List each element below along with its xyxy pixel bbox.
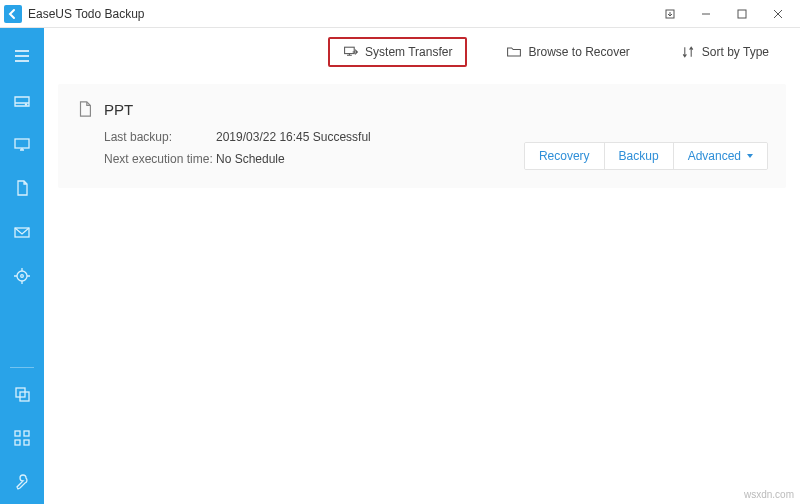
monitor-icon (12, 134, 32, 154)
sort-icon (680, 44, 696, 60)
target-icon (12, 266, 32, 286)
svg-point-5 (17, 271, 27, 281)
svg-rect-9 (15, 431, 20, 436)
next-execution-row: Next execution time: No Schedule (104, 148, 524, 170)
next-execution-value: No Schedule (216, 148, 285, 170)
last-backup-label: Last backup: (104, 126, 216, 148)
browse-to-recover-button[interactable]: Browse to Recover (495, 37, 640, 67)
last-backup-value: 2019/03/22 16:45 Successful (216, 126, 371, 148)
system-transfer-label: System Transfer (365, 45, 452, 59)
sidebar-clone[interactable] (0, 372, 44, 416)
sidebar-system-backup[interactable] (0, 122, 44, 166)
titlebar: EaseUS Todo Backup (0, 0, 800, 28)
backup-card: PPT Last backup: 2019/03/22 16:45 Succes… (58, 84, 786, 188)
folder-icon (506, 44, 522, 60)
svg-rect-11 (15, 440, 20, 445)
sidebar (0, 28, 44, 504)
system-transfer-icon (343, 44, 359, 60)
sidebar-file-backup[interactable] (0, 166, 44, 210)
svg-rect-1 (738, 10, 746, 18)
recovery-button[interactable]: Recovery (525, 143, 605, 169)
clone-icon (12, 384, 32, 404)
browse-to-recover-label: Browse to Recover (528, 45, 629, 59)
svg-point-6 (21, 275, 24, 278)
svg-point-2 (25, 104, 26, 105)
window-title: EaseUS Todo Backup (28, 7, 652, 21)
sidebar-mail-backup[interactable] (0, 210, 44, 254)
svg-rect-12 (24, 440, 29, 445)
backup-name: PPT (104, 101, 133, 118)
toolbar: System Transfer Browse to Recover Sort b… (44, 28, 800, 76)
watermark: wsxdn.com (744, 489, 794, 500)
backup-button[interactable]: Backup (605, 143, 674, 169)
window-close-button[interactable] (760, 0, 796, 28)
app-logo (4, 5, 22, 23)
mail-icon (12, 222, 32, 242)
file-icon (76, 100, 94, 118)
sidebar-tools[interactable] (0, 416, 44, 460)
window-minimize-button[interactable] (688, 0, 724, 28)
window-tray-button[interactable] (652, 0, 688, 28)
file-icon (12, 178, 32, 198)
system-transfer-button[interactable]: System Transfer (328, 37, 467, 67)
svg-rect-3 (15, 139, 29, 148)
sidebar-logs[interactable] (0, 460, 44, 504)
next-execution-label: Next execution time: (104, 148, 216, 170)
sidebar-smart-backup[interactable] (0, 254, 44, 298)
tools-icon (12, 428, 32, 448)
last-backup-row: Last backup: 2019/03/22 16:45 Successful (104, 126, 524, 148)
advanced-button[interactable]: Advanced (674, 143, 767, 169)
main-panel: System Transfer Browse to Recover Sort b… (44, 28, 800, 504)
disk-icon (12, 90, 32, 110)
backup-card-header: PPT (76, 100, 768, 118)
chevron-down-icon (747, 154, 753, 158)
sidebar-disk-backup[interactable] (0, 78, 44, 122)
svg-rect-10 (24, 431, 29, 436)
backup-actions: Recovery Backup Advanced (524, 142, 768, 170)
sort-by-type-label: Sort by Type (702, 45, 769, 59)
svg-rect-13 (345, 47, 355, 53)
backup-info: Last backup: 2019/03/22 16:45 Successful… (76, 126, 524, 170)
sort-by-type-button[interactable]: Sort by Type (669, 37, 786, 67)
window-maximize-button[interactable] (724, 0, 760, 28)
wrench-icon (12, 472, 32, 492)
menu-button[interactable] (0, 34, 44, 78)
